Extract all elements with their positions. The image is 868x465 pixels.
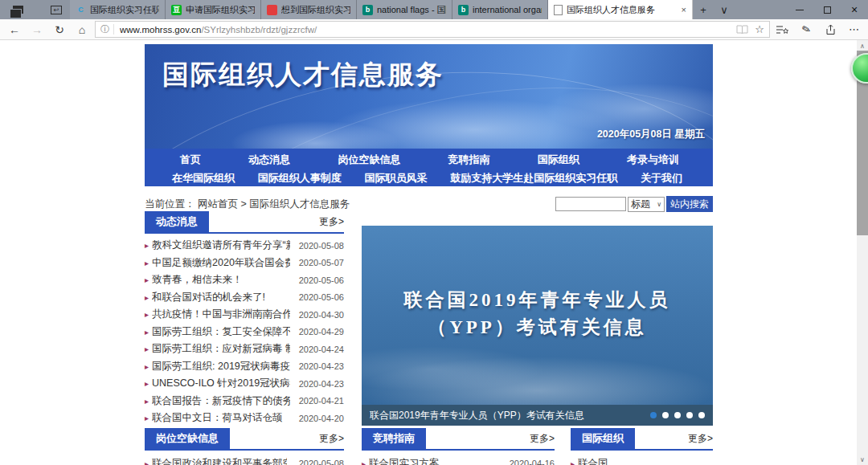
close-button[interactable]: × <box>841 0 868 19</box>
news-title[interactable]: 致青春，相信未来！ <box>152 273 243 287</box>
news-list-item[interactable]: ▸ 国际劳工组织：复工安全保障不足可... 2020-04-29 <box>145 324 344 341</box>
news-title[interactable]: 教科文组织邀请所有青年分享“新冠... <box>152 239 290 252</box>
news-title[interactable]: 共抗疫情！中国与非洲南南合作分享... <box>152 308 290 321</box>
search-input[interactable] <box>555 197 626 211</box>
bullet-triangle-icon: ▸ <box>362 459 366 465</box>
url-text[interactable]: www.mohrss.gov.cn/SYrlzyhshbzb/rdzt/gjzz… <box>120 25 730 35</box>
organizations-more-link[interactable]: 更多> <box>688 432 713 449</box>
carousel-slide-image[interactable]: 联合国2019年青年专业人员 （YPP）考试有关信息 <box>362 226 713 405</box>
list-item[interactable]: ▸ 联合国 <box>571 455 713 465</box>
tab-organizations[interactable]: 国际组织 <box>571 428 635 449</box>
scroll-down-icon[interactable]: ∨ <box>857 454 868 465</box>
carousel-dot[interactable] <box>650 412 657 418</box>
nav-link[interactable]: 动态消息 <box>248 153 290 167</box>
address-bar[interactable]: ⓘ www.mohrss.gov.cn/SYrlzyhshbzb/rdzt/gj… <box>95 21 770 38</box>
scrollbar[interactable]: ∧ ∨ <box>857 40 868 465</box>
new-tab-button[interactable]: + <box>693 0 714 19</box>
nav-link[interactable]: 在华国际组织 <box>172 171 235 186</box>
browser-tab[interactable]: 想到国际组织实习任职吗？ <box>261 0 357 19</box>
share-icon[interactable] <box>818 24 842 35</box>
nav-link[interactable]: 国际职员风采 <box>365 171 428 186</box>
item-title[interactable]: 联合国 <box>578 457 608 465</box>
item-title[interactable]: 联合国政治和建设和平事务部空缺岗位 <box>152 457 287 465</box>
tab-close-icon[interactable]: × <box>682 5 686 14</box>
browser-tab[interactable]: b international organizations <box>452 0 548 19</box>
back-icon[interactable]: ← <box>5 23 24 36</box>
nav-link[interactable]: 鼓励支持大学生赴国际组织实习任职 <box>450 171 617 186</box>
item-title[interactable]: 联合国实习方案 <box>369 457 440 465</box>
refresh-icon[interactable]: ↻ <box>50 23 69 36</box>
nav-link[interactable]: 岗位空缺信息 <box>338 153 400 167</box>
news-list-item[interactable]: ▸ 联合国中文日：荷马对话仓颉 2020-04-20 <box>145 410 344 427</box>
browser-tab[interactable]: C 国际组织实习任职专区 <box>70 0 166 19</box>
news-list-item[interactable]: ▸ 和联合国对话的机会来了! 2020-05-06 <box>145 289 344 307</box>
news-title[interactable]: 和联合国对话的机会来了! <box>152 291 265 304</box>
carousel-caption[interactable]: 联合国2019年青年专业人员（YPP）考试有关信息 <box>370 409 584 422</box>
nav-link[interactable]: 考录与培训 <box>627 153 679 167</box>
tab-actions-chevron-icon[interactable]: ∨ <box>714 0 735 19</box>
browser-tab[interactable]: b national flags - 国际版 Bing <box>357 0 452 19</box>
nav-link[interactable]: 国际组织人事制度 <box>258 171 342 186</box>
news-list-item[interactable]: ▸ 共抗疫情！中国与非洲南南合作分享... 2020-04-30 <box>145 306 344 324</box>
carousel-dots <box>650 412 705 418</box>
news-list-item[interactable]: ▸ 致青春，相信未来！ 2020-05-06 <box>145 271 344 289</box>
home-icon[interactable]: ⌂ <box>72 23 92 36</box>
news-list-item[interactable]: ▸ 教科文组织邀请所有青年分享“新冠... 2020-05-08 <box>145 237 344 255</box>
list-item[interactable]: ▸ 联合国政治和建设和平事务部空缺岗位 2020-05-08 <box>145 455 344 465</box>
news-title[interactable]: 联合国报告：新冠疫情下的债务危机... <box>152 394 290 408</box>
tab-news[interactable]: 动态消息 <box>145 211 209 232</box>
carousel[interactable]: 联合国2019年青年专业人员 （YPP）考试有关信息 联合国2019年青年专业人… <box>362 226 713 426</box>
browser-tab-active[interactable]: 国际组织人才信息服务 × <box>548 0 693 19</box>
vacancies-header: 岗位空缺信息 更多> <box>145 431 344 451</box>
news-title[interactable]: 中国足额缴纳2020年联合国会费 <box>152 256 290 270</box>
news-date: 2020-05-07 <box>299 258 344 267</box>
news-title[interactable]: UNESCO-ILO 针对2019冠状病毒病疫情... <box>152 377 290 390</box>
news-list-item[interactable]: ▸ 国际劳工组织: 2019冠状病毒疫情对... 2020-04-23 <box>145 358 344 376</box>
carousel-dot[interactable] <box>662 412 669 418</box>
nav-link[interactable]: 关于我们 <box>641 171 682 186</box>
breadcrumb-path[interactable]: 网站首页 > 国际组织人才信息服务 <box>198 198 350 210</box>
news-title[interactable]: 国际劳工组织：应对新冠病毒 制衣业... <box>152 342 290 356</box>
nav-link[interactable]: 竞聘指南 <box>448 153 490 167</box>
vacancies-more-link[interactable]: 更多> <box>319 432 344 449</box>
add-favorite-star-icon[interactable]: ☆ <box>755 23 764 35</box>
search-category-value: 标题 <box>631 198 650 211</box>
news-list-item[interactable]: ▸ 联合国报告：新冠疫情下的债务危机... 2020-04-21 <box>145 393 344 410</box>
guide-more-link[interactable]: 更多> <box>530 432 555 449</box>
scroll-up-icon[interactable]: ∧ <box>857 40 868 51</box>
tab-guide[interactable]: 竞聘指南 <box>362 428 426 449</box>
hub-favorites-icon[interactable] <box>770 24 794 35</box>
news-date: 2020-04-20 <box>299 414 344 423</box>
item-date: 2020-05-08 <box>299 459 344 465</box>
tab-preview-icon[interactable]: ↩ <box>51 6 62 14</box>
news-list-item[interactable]: ▸ 国际劳工组织：应对新冠病毒 制衣业... 2020-04-24 <box>145 341 344 358</box>
nav-link[interactable]: 国际组织 <box>538 153 579 167</box>
tab-label: 想到国际组织实习任职吗？ <box>281 4 350 16</box>
news-title[interactable]: 国际劳工组织：复工安全保障不足可... <box>152 325 290 339</box>
floating-widget-button[interactable] <box>851 53 868 84</box>
minimize-button[interactable] <box>786 0 813 19</box>
set-tabs-aside-icon[interactable] <box>13 6 23 14</box>
forward-icon[interactable]: → <box>27 23 47 36</box>
more-menu-icon[interactable]: ⋯ <box>842 23 866 35</box>
bullet-triangle-icon: ▸ <box>145 414 149 422</box>
site-info-icon[interactable]: ⓘ <box>100 23 109 35</box>
news-list-item[interactable]: ▸ UNESCO-ILO 针对2019冠状病毒病疫情... 2020-04-23 <box>145 375 344 393</box>
carousel-dot[interactable] <box>686 412 693 418</box>
news-more-link[interactable]: 更多> <box>319 215 344 232</box>
carousel-dot[interactable] <box>674 412 681 418</box>
search-category-select[interactable]: 标题 ∨ <box>628 197 665 212</box>
list-item[interactable]: ▸ 联合国实习方案 2020-04-16 <box>362 455 555 465</box>
tab-vacancies[interactable]: 岗位空缺信息 <box>145 428 230 449</box>
web-note-pen-icon[interactable]: ✎ <box>793 20 820 38</box>
reading-view-icon[interactable] <box>736 24 748 35</box>
browser-tab[interactable]: 豆 申请国际组织实习经验贴 - <box>166 0 261 19</box>
search-button[interactable]: 站内搜索 <box>666 196 713 212</box>
news-date: 2020-05-06 <box>299 292 344 302</box>
news-title[interactable]: 联合国中文日：荷马对话仓颉 <box>152 411 283 425</box>
maximize-button[interactable] <box>813 0 841 19</box>
nav-link[interactable]: 首页 <box>180 153 201 167</box>
carousel-dot[interactable] <box>698 412 705 418</box>
news-list-item[interactable]: ▸ 中国足额缴纳2020年联合国会费 2020-05-07 <box>145 255 344 272</box>
news-title[interactable]: 国际劳工组织: 2019冠状病毒疫情对... <box>152 360 290 373</box>
